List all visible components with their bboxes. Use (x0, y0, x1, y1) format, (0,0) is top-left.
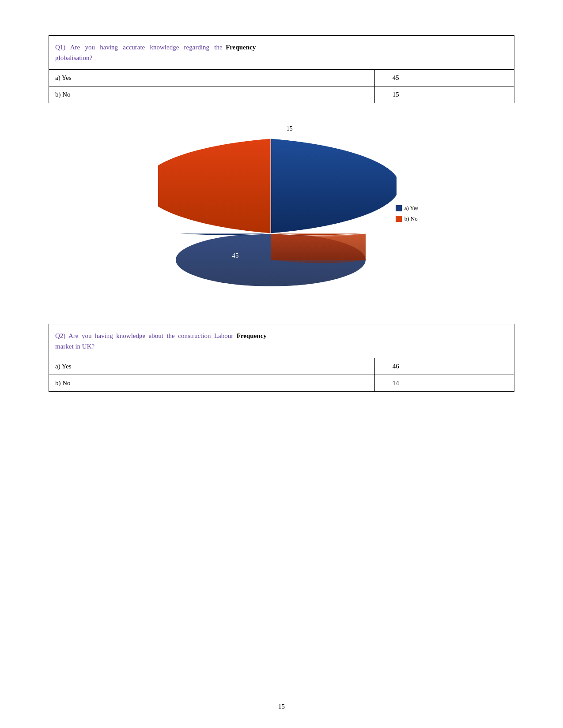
q1-option-b-value: 15 (374, 86, 514, 103)
legend-color-no (396, 216, 402, 222)
pie-chart-area: 15 (158, 130, 405, 297)
q2-option-a-value: 46 (374, 358, 514, 375)
q1-option-a-value: 45 (374, 70, 514, 86)
page-number: 15 (278, 703, 285, 710)
pie-chart-svg: 45 (158, 130, 397, 289)
q1-keyword: knowledge (150, 44, 179, 51)
q1-option-b-label: b) No (49, 86, 375, 103)
legend-item-no: b) No (396, 215, 419, 222)
q2-question-text: Q2) Are you having knowledge about the c… (55, 330, 508, 352)
legend-color-yes (396, 205, 402, 211)
q2-option-b-label: b) No (49, 375, 375, 392)
legend-item-yes: a) Yes (396, 205, 419, 212)
q2-option-b-value: 14 (374, 375, 514, 392)
legend-label-no: b) No (404, 215, 418, 222)
q1-option-a-label: a) Yes (49, 70, 375, 86)
pie-label-no: 15 (287, 125, 293, 132)
q1-table: Q1) Are you having accurate knowledge re… (49, 35, 514, 103)
q1-bold: Frequency (226, 44, 256, 51)
q2-option-a-label: a) Yes (49, 358, 375, 375)
q1-question-text: Q1) Are you having accurate knowledge re… (55, 42, 508, 63)
chart-legend: a) Yes b) No (396, 205, 419, 222)
chart-container: 15 (49, 130, 514, 297)
q2-bold: Frequency (237, 332, 267, 339)
svg-text:45: 45 (232, 252, 238, 259)
legend-label-yes: a) Yes (404, 205, 419, 212)
q2-table: Q2) Are you having knowledge about the c… (49, 324, 514, 392)
